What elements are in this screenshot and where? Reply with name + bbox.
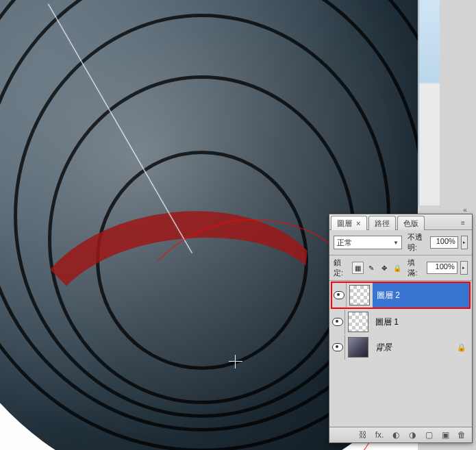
delete-layer-button[interactable]: 🗑 — [455, 429, 468, 440]
layer-list: 圖層 2 圖層 1 背景 🔒 — [329, 281, 472, 427]
tab-layers-close[interactable]: × — [356, 219, 360, 227]
folder-icon: ▢ — [425, 430, 433, 440]
mask-icon: ◐ — [392, 430, 399, 440]
opacity-stepper[interactable]: ▸ — [461, 236, 468, 249]
eye-icon — [334, 291, 345, 299]
layer-label-area[interactable]: 背景 — [371, 335, 457, 360]
fill-label: 填滿: — [408, 258, 423, 278]
layer-row[interactable]: 背景 🔒 — [331, 335, 471, 360]
blend-mode-select[interactable]: 正常 ▼ — [334, 236, 402, 249]
layer-thumbnail[interactable] — [348, 337, 368, 358]
tab-layers-label: 圖層 — [337, 219, 352, 227]
right-ruler-area — [418, 0, 440, 205]
eye-icon — [332, 318, 343, 326]
layer-label-area[interactable]: 圖層 2 — [373, 283, 469, 308]
add-mask-button[interactable]: ◐ — [390, 429, 402, 440]
panel-tabs: 圖層 × 路徑 色版 ≡ — [329, 214, 472, 230]
menu-icon: ≡ — [461, 219, 465, 227]
layer-row[interactable]: 圖層 1 — [331, 310, 471, 334]
tab-channels[interactable]: 色版 — [397, 216, 425, 230]
lock-transparent-button[interactable]: ▦ — [352, 262, 364, 274]
new-icon: ▣ — [442, 430, 449, 440]
fill-input[interactable]: 100% — [427, 262, 458, 274]
layer-name: 圖層 2 — [373, 290, 400, 301]
blend-mode-value: 正常 — [337, 238, 352, 248]
tab-layers[interactable]: 圖層 × — [331, 216, 367, 230]
lock-options-row: 鎖定: ▦ ✎ ✥ 🔒 填滿: 100% ▸ — [329, 255, 472, 281]
layer-row[interactable]: 圖層 2 — [331, 282, 471, 309]
link-icon: ⛓ — [359, 430, 367, 440]
chevron-down-icon: ▼ — [393, 240, 399, 246]
tab-paths-label: 路徑 — [375, 219, 390, 227]
panel-footer: ⛓ fx. ◐ ◑ ▢ ▣ 🗑 — [329, 427, 472, 442]
layer-visibility-toggle[interactable] — [331, 310, 345, 334]
trash-icon: 🗑 — [458, 430, 466, 440]
panel-menu-button[interactable]: ≡ — [457, 217, 469, 228]
lock-pixels-button[interactable]: ✎ — [366, 262, 377, 273]
opacity-label: 不透明: — [408, 232, 427, 253]
layer-thumbnail[interactable] — [349, 285, 370, 305]
opacity-input[interactable]: 100% — [430, 236, 458, 249]
layer-fx-button[interactable]: fx. — [373, 429, 386, 440]
fill-stepper[interactable]: ▸ — [460, 261, 468, 275]
layer-name: 背景 — [371, 342, 392, 353]
adjust-icon: ◑ — [409, 430, 416, 440]
lock-label: 鎖定: — [334, 258, 349, 278]
fill-value: 100% — [436, 262, 455, 271]
tab-paths[interactable]: 路徑 — [368, 216, 396, 230]
blend-options-row: 正常 ▼ 不透明: 100% ▸ — [329, 230, 472, 255]
new-group-button[interactable]: ▢ — [423, 429, 435, 440]
opacity-value: 100% — [436, 237, 455, 245]
fx-icon: fx. — [375, 430, 384, 440]
eye-icon — [332, 343, 343, 351]
layers-panel: « 圖層 × 路徑 色版 ≡ 正常 ▼ 不透明: 100% ▸ 鎖定: ▦ ✎ … — [329, 214, 473, 443]
lock-all-button[interactable]: 🔒 — [392, 262, 403, 273]
panel-collapse-button[interactable]: « — [460, 206, 470, 213]
layer-thumbnail[interactable] — [348, 312, 368, 332]
layer-visibility-toggle[interactable] — [331, 335, 345, 360]
link-layers-button[interactable]: ⛓ — [357, 429, 369, 440]
tab-channels-label: 色版 — [403, 219, 418, 227]
new-layer-button[interactable]: ▣ — [439, 429, 451, 440]
layer-name: 圖層 1 — [371, 316, 399, 328]
lock-position-button[interactable]: ✥ — [379, 262, 390, 273]
layer-visibility-toggle[interactable] — [332, 283, 347, 308]
adjustment-layer-button[interactable]: ◑ — [406, 429, 418, 440]
lock-icon: 🔒 — [457, 343, 466, 352]
layer-label-area[interactable]: 圖層 1 — [371, 310, 471, 334]
